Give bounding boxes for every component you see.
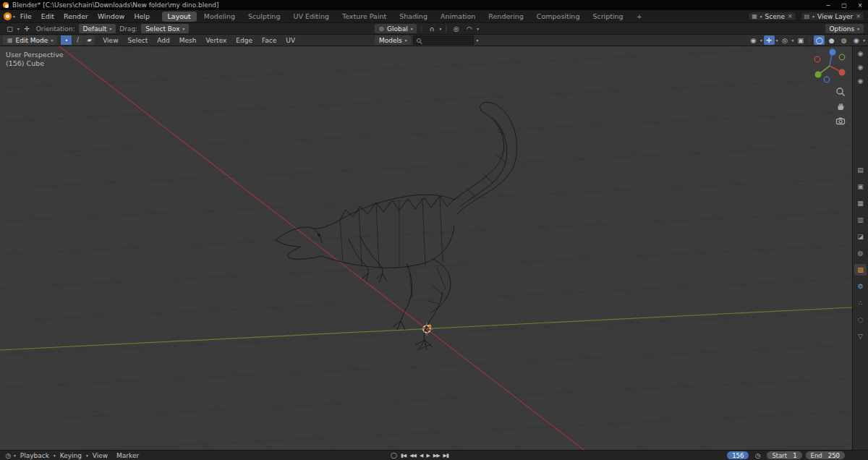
overlays-caret-icon[interactable]: ▾: [791, 38, 793, 43]
outliner-select-eye-icon[interactable]: ◉: [854, 61, 867, 73]
scene-unlink-icon[interactable]: ×: [788, 13, 793, 20]
workspace-tab-texture-paint[interactable]: Texture Paint: [336, 12, 392, 22]
asset-library-dropdown[interactable]: Models ▾: [375, 35, 411, 45]
tl-menu-marker[interactable]: Marker: [112, 452, 143, 459]
view-layer-name[interactable]: View Layer: [817, 13, 853, 20]
toggle-xray-icon[interactable]: ▣: [795, 35, 806, 45]
auto-keying-icon[interactable]: ◯: [389, 452, 399, 459]
move-tool-icon[interactable]: ✛: [22, 24, 33, 33]
tab-scene-properties-icon[interactable]: ◪: [854, 231, 867, 242]
show-gizmo-icon[interactable]: ✛: [764, 35, 775, 45]
axis-z-handle[interactable]: [830, 49, 836, 56]
workspace-tab-scripting[interactable]: Scripting: [587, 12, 629, 22]
shading-caret-icon[interactable]: ▾: [863, 38, 865, 43]
workspace-tab-sculpting[interactable]: Sculpting: [242, 12, 286, 22]
shading-solid-icon[interactable]: ●: [826, 35, 837, 45]
orientation-dropdown[interactable]: Default ▾: [79, 24, 116, 33]
3d-viewport[interactable]: User Perspective (156) Cube: [0, 46, 852, 450]
object-visibility-eye-icon[interactable]: ◉: [748, 35, 759, 45]
add-workspace-button[interactable]: +: [631, 12, 648, 22]
shading-wireframe-icon[interactable]: ◯: [814, 35, 825, 45]
menu-window[interactable]: Window: [93, 12, 129, 20]
vh-menu-face[interactable]: Face: [258, 37, 281, 44]
play-reverse-icon[interactable]: ◀: [418, 453, 424, 459]
search-input[interactable]: [413, 35, 474, 45]
face-select-mode-icon[interactable]: ▰: [84, 35, 95, 45]
axis-neg-x-handle[interactable]: [814, 56, 820, 62]
current-frame-field[interactable]: 156: [727, 451, 749, 459]
tab-output-properties-icon[interactable]: ▦: [854, 197, 867, 209]
next-keyframe-icon[interactable]: ▶▶: [432, 453, 441, 459]
menu-render[interactable]: Render: [59, 12, 93, 20]
workspace-tab-rendering[interactable]: Rendering: [482, 12, 529, 22]
workspace-tab-modeling[interactable]: Modeling: [198, 12, 241, 22]
menu-file[interactable]: File: [16, 12, 36, 20]
navigation-axis-gizmo[interactable]: [814, 49, 845, 82]
proportional-falloff-icon[interactable]: ◠: [464, 24, 475, 33]
vh-menu-vertex[interactable]: Vertex: [201, 37, 231, 44]
tab-object-data-properties-icon[interactable]: ▽: [854, 331, 867, 342]
tl-menu-view[interactable]: View: [88, 452, 112, 459]
proportional-caret-icon[interactable]: ▾: [477, 27, 479, 31]
vertex-select-mode-icon[interactable]: ∙: [61, 35, 72, 45]
pan-hand-icon[interactable]: [835, 101, 847, 113]
view-layer-browse-caret-icon[interactable]: ▾: [812, 14, 814, 19]
view-layer-selector[interactable]: ▤ ▾ View Layer ×: [801, 12, 864, 21]
workspace-tab-shading[interactable]: Shading: [393, 12, 433, 22]
gizmo-caret-icon[interactable]: ▾: [776, 38, 778, 43]
tab-active-tool-icon[interactable]: ▤: [854, 164, 867, 176]
snap-caret-icon[interactable]: ▾: [439, 27, 441, 31]
scene-selector[interactable]: ▦ ▾ Scene ×: [748, 12, 796, 21]
tab-object-properties-icon[interactable]: ▧: [854, 264, 867, 276]
show-overlays-icon[interactable]: ◎: [779, 35, 790, 45]
workspace-tab-uv-editing[interactable]: UV Editing: [287, 12, 335, 22]
zoom-tool-icon[interactable]: [835, 87, 847, 98]
tab-physics-properties-icon[interactable]: ◌: [854, 314, 867, 325]
scene-browse-caret-icon[interactable]: ▾: [760, 14, 762, 19]
play-icon[interactable]: ▶: [425, 453, 430, 459]
menu-help[interactable]: Help: [129, 12, 154, 20]
drag-dropdown[interactable]: Select Box ▾: [141, 24, 189, 33]
active-tool-caret-icon[interactable]: ▾: [17, 27, 20, 31]
end-frame-field[interactable]: End 250: [806, 451, 845, 459]
tab-render-properties-icon[interactable]: ▣: [854, 181, 867, 192]
shading-material-icon[interactable]: ◍: [838, 35, 849, 45]
menu-edit[interactable]: Edit: [37, 12, 59, 20]
maximize-button[interactable]: ▢: [836, 0, 852, 10]
proportional-editing-icon[interactable]: ◎: [451, 24, 461, 33]
workspace-tab-animation[interactable]: Animation: [435, 12, 481, 22]
workspace-tab-layout[interactable]: Layout: [162, 12, 197, 22]
outliner-filter-eye-icon[interactable]: ◉: [854, 48, 867, 59]
tab-world-properties-icon[interactable]: ◍: [854, 247, 867, 259]
workspace-tab-compositing[interactable]: Compositing: [531, 12, 586, 22]
snap-magnet-icon[interactable]: ∩: [426, 24, 437, 33]
active-tool-icon[interactable]: ▢: [4, 24, 15, 33]
camera-view-icon[interactable]: [835, 116, 847, 127]
previous-keyframe-icon[interactable]: ◀◀: [408, 453, 417, 459]
visibility-caret-icon[interactable]: ▾: [760, 38, 762, 43]
vh-menu-mesh[interactable]: Mesh: [175, 37, 201, 44]
editor-type-icon[interactable]: ◷: [3, 451, 14, 460]
blender-menu-icon[interactable]: [4, 12, 12, 20]
options-dropdown[interactable]: Options ▾: [825, 24, 864, 33]
axis-neg-z-handle[interactable]: [824, 77, 830, 82]
start-frame-field[interactable]: Start 1: [767, 451, 801, 459]
axis-x-handle[interactable]: [839, 69, 846, 76]
vh-menu-view[interactable]: View: [98, 37, 122, 44]
axis-neg-y-handle[interactable]: [839, 54, 845, 60]
view-layer-unlink-icon[interactable]: ×: [856, 13, 861, 20]
tab-view-layer-properties-icon[interactable]: ▥: [854, 214, 867, 226]
scene-name[interactable]: Scene: [765, 13, 785, 20]
transform-orientation-dropdown[interactable]: ◍ Global ▾: [375, 24, 417, 33]
vh-menu-select[interactable]: Select: [124, 37, 153, 44]
blender-menu-caret-icon[interactable]: ▾: [13, 14, 15, 19]
jump-to-start-icon[interactable]: ▮◀: [399, 453, 407, 459]
search-filter-caret-icon[interactable]: ▾: [476, 38, 478, 43]
preview-range-clock-icon[interactable]: ◷: [752, 451, 763, 460]
axis-y-handle[interactable]: [815, 72, 822, 78]
vh-menu-edge[interactable]: Edge: [231, 37, 257, 44]
mode-dropdown[interactable]: ▦ Edit Mode ▾: [3, 35, 57, 45]
vh-menu-uv[interactable]: UV: [281, 37, 299, 44]
tl-menu-keying[interactable]: Keying: [56, 452, 86, 459]
tab-modifier-properties-icon[interactable]: ⚙: [854, 281, 867, 292]
